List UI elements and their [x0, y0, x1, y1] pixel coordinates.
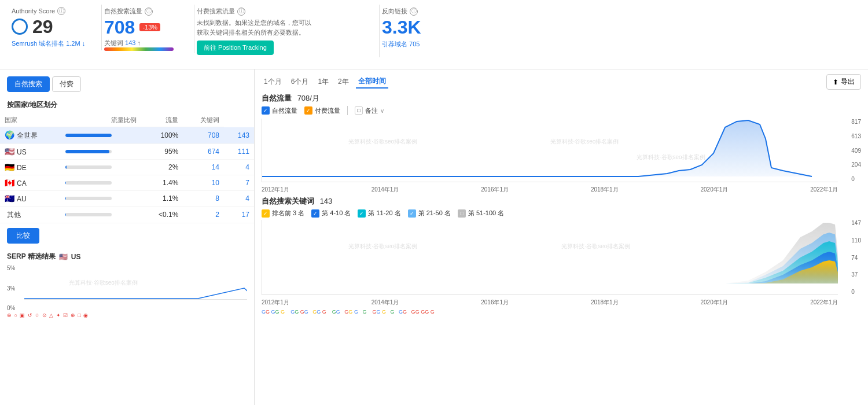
table-row: 🇩🇪DE 2% 14 4	[0, 160, 254, 175]
export-icon: ⬆	[833, 78, 838, 86]
kw-count[interactable]: 4	[224, 160, 254, 175]
serp-line: 光算科技·谷歌seo排名案例	[24, 265, 247, 300]
kw-check-4-10[interactable]: ✓	[311, 209, 319, 218]
kw-legend-11-20: ✓ 第 11-20 名	[358, 209, 400, 218]
organic-badge: -13%	[139, 23, 160, 31]
kw-count[interactable]: 111	[224, 144, 254, 160]
tab-organic[interactable]: 自然搜索	[7, 76, 50, 92]
backlinks-info-icon[interactable]: ⓘ	[410, 8, 418, 16]
legend-notes: □ 备注 ∨	[355, 106, 384, 115]
svg-marker-2	[262, 233, 838, 284]
traffic-pct: 95%	[141, 144, 183, 160]
keywords-chart-svg	[262, 220, 838, 294]
kw-legend-top3: ✓ 排名前 3 名	[262, 209, 304, 218]
chart-inner: 光算科技·谷歌seo排名案例 光算科技·谷歌seo排名案例 光算科技·谷歌seo…	[262, 119, 838, 182]
position-tracking-button[interactable]: 前往 Position Tracking	[197, 41, 274, 55]
kw-check-51-100[interactable]: □	[458, 209, 466, 218]
traffic-pct: 2%	[141, 160, 183, 175]
keyword-row: 关键词 143 ↑	[104, 39, 180, 47]
kw-legend-51-100: □ 第 51-100 名	[458, 209, 504, 218]
paid-title: 付费搜索流量 ⓘ	[197, 7, 365, 16]
traffic-pct: 1.4%	[141, 175, 183, 191]
serp-icons-row: ⊕ ○ ▣ ↺ ☆ ⊙ △ ✦ ☑ ⊕ □ ◉	[7, 312, 247, 318]
paid-missing-text: 未找到数据。如果这是您的域名，您可以获取关键词排名相关的所有必要数据。	[197, 18, 312, 37]
traffic-bar	[61, 191, 141, 207]
traffic-bar	[61, 175, 141, 191]
country-name[interactable]: 其他	[0, 207, 61, 223]
authority-value: 29	[32, 17, 53, 36]
country-table: 国家 流量比例 流量 关键词 🌍全世界 100% 708 143 🇺🇸US	[0, 113, 254, 223]
table-row: 其他 <0.1% 2 17	[0, 207, 254, 223]
traffic-count[interactable]: 708	[183, 127, 224, 144]
country-name[interactable]: 🇩🇪DE	[0, 160, 61, 175]
serp-y-labels: 5% 3% 0%	[7, 265, 15, 311]
serp-bottom-icons: GG GG G GG GG GG G GG GG G G GG G G GG	[262, 309, 861, 315]
table-row: 🇨🇦CA 1.4% 10 7	[0, 175, 254, 191]
backlinks-value-row: 3.3K	[382, 18, 481, 36]
col-traffic-pct: 流量比例	[61, 113, 141, 127]
traffic-legend: ✓ 自然流量 ✓ 付费流量 □ 备注 ∨	[262, 106, 861, 115]
paid-block: 付费搜索流量 ⓘ 未找到数据。如果这是您的域名，您可以获取关键词排名相关的所有必…	[194, 5, 380, 57]
backlinks-value: 3.3K	[382, 18, 421, 36]
traffic-count[interactable]: 14	[183, 160, 224, 175]
backlinks-sub: 引荐域名 705	[382, 40, 481, 49]
authority-value-row: 29	[12, 17, 87, 36]
traffic-bar	[61, 207, 141, 223]
serp-label: SERP 精选结果	[7, 252, 56, 262]
compare-button[interactable]: 比较	[7, 228, 39, 244]
svg-marker-1	[262, 223, 838, 284]
export-label: 导出	[841, 77, 855, 87]
time-6m[interactable]: 6个月	[289, 75, 311, 89]
time-2y[interactable]: 2年	[336, 75, 351, 89]
country-name[interactable]: 🇺🇸US	[0, 144, 61, 160]
kw-count[interactable]: 17	[224, 207, 254, 223]
traffic-count[interactable]: 8	[183, 191, 224, 207]
kw-check-top3[interactable]: ✓	[262, 209, 270, 218]
metrics-bar: Authority Score ⓘ 29 Semrush 域名排名 1.2M ↓…	[0, 0, 868, 69]
traffic-count[interactable]: 2	[183, 207, 224, 223]
organic-info-icon[interactable]: ⓘ	[145, 8, 153, 16]
kw-check-21-50[interactable]: ✓	[408, 209, 416, 218]
kw-count[interactable]: 143	[224, 127, 254, 144]
traffic-bar	[61, 144, 141, 160]
table-row: 🇺🇸US 95% 674 111	[0, 144, 254, 160]
backlinks-block: 反向链接 ⓘ 3.3K 引荐域名 705	[380, 5, 495, 51]
legend-organic-check[interactable]: ✓	[262, 106, 270, 115]
keywords-section-title: 自然搜索关键词 143	[262, 196, 861, 207]
kw-legend-4-10: ✓ 第 4-10 名	[311, 209, 351, 218]
organic-block: 自然搜索流量 ⓘ 708 -13% 关键词 143 ↑	[102, 5, 194, 53]
tab-paid[interactable]: 付费	[52, 76, 81, 92]
legend-paid-check[interactable]: ✓	[304, 106, 312, 115]
legend-notes-check[interactable]: □	[355, 106, 363, 115]
col-keywords: 关键词	[183, 113, 224, 127]
traffic-chart-svg	[262, 119, 838, 182]
serp-chart-area: 5% 3% 0% 光算科技·谷歌seo排名案例	[7, 265, 247, 311]
serp-section: SERP 精选结果 🇺🇸 US 5% 3% 0% 光算科技·谷歌seo排名案例	[0, 248, 254, 322]
traffic-count[interactable]: 10	[183, 175, 224, 191]
kw-count[interactable]: 4	[224, 191, 254, 207]
time-controls: 1个月 6个月 1年 2年 全部时间 ⬆ 导出	[262, 74, 861, 90]
kw-x-axis: 2012年1月 2014年1月 2016年1月 2018年1月 2020年1月 …	[262, 299, 838, 307]
time-all[interactable]: 全部时间	[356, 75, 388, 89]
authority-info-icon[interactable]: ⓘ	[57, 7, 65, 15]
paid-info-icon[interactable]: ⓘ	[237, 8, 245, 16]
kw-count[interactable]: 7	[224, 175, 254, 191]
traffic-count[interactable]: 674	[183, 144, 224, 160]
serp-flag: 🇺🇸	[59, 253, 68, 261]
traffic-section-title: 自然流量 708/月	[262, 93, 861, 104]
kw-check-11-20[interactable]: ✓	[358, 209, 366, 218]
left-panel: 自然搜索 付费 按国家/地区划分 国家 流量比例 流量 关键词 🌍全世界	[0, 69, 255, 405]
traffic-pct: 100%	[141, 127, 183, 144]
main-area: 自然搜索 付费 按国家/地区划分 国家 流量比例 流量 关键词 🌍全世界	[0, 69, 868, 405]
keywords-chart: 光算科技·谷歌seo排名案例 光算科技·谷歌seo排名案例 147 110 74…	[262, 220, 861, 307]
svg-marker-0	[262, 120, 812, 176]
country-name[interactable]: 🌍全世界	[0, 127, 61, 144]
backlinks-title: 反向链接 ⓘ	[382, 7, 481, 16]
export-button[interactable]: ⬆ 导出	[826, 74, 861, 90]
country-name[interactable]: 🇨🇦CA	[0, 175, 61, 191]
time-1y[interactable]: 1年	[315, 75, 331, 89]
authority-circle	[12, 19, 28, 35]
table-row: 🌍全世界 100% 708 143	[0, 127, 254, 144]
country-name[interactable]: 🇦🇺AU	[0, 191, 61, 207]
time-1m[interactable]: 1个月	[262, 75, 284, 89]
